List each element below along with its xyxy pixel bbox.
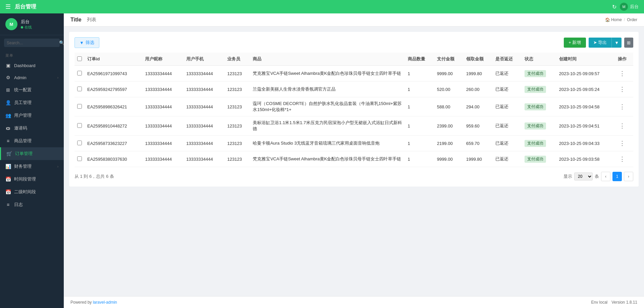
col-status: 状态: [522, 53, 556, 66]
sidebar-item-users[interactable]: 👥 用户管理: [0, 109, 64, 122]
row-qty: 1: [405, 82, 434, 97]
row-action-button[interactable]: ⋮: [618, 69, 627, 78]
row-action-button[interactable]: ⋮: [618, 139, 627, 148]
filter-button[interactable]: ▼ 筛选: [75, 37, 99, 48]
row-qty: 1: [405, 66, 434, 82]
sidebar-item-config[interactable]: ⊞ 统一配置: [0, 84, 64, 96]
sidebar-item-label: 用户管理: [14, 112, 58, 118]
sidebar-item-products[interactable]: ≡ 商品管理: [0, 135, 64, 147]
row-action-button[interactable]: ⋮: [618, 121, 627, 130]
timeslots-icon: 📅: [5, 176, 11, 182]
row-action-button[interactable]: ⋮: [618, 102, 627, 111]
search-input[interactable]: [7, 41, 57, 45]
current-page-button[interactable]: 1: [612, 172, 622, 181]
breadcrumb-home-link[interactable]: 🏠 Home: [605, 17, 622, 22]
new-button[interactable]: + 新增: [564, 38, 586, 48]
row-id: EA25961971099743: [85, 66, 142, 82]
sidebar-item-timeslots[interactable]: 📅 时间段管理: [0, 173, 64, 186]
pagination-items-label: 条: [595, 173, 599, 179]
hamburger-icon[interactable]: ☰: [5, 3, 11, 10]
sidebar-item-finance[interactable]: 📊 财务管理 ›: [0, 160, 64, 173]
row-actions: ⋮: [615, 66, 633, 82]
admin-icon: ⚙: [5, 75, 11, 80]
sidebar-item-label: 邀请码: [14, 125, 58, 131]
row-nickname: 13333334444: [142, 151, 183, 167]
row-product: 梵克雅宝VCA手链Sweet Alhambra黄K金配白色珍珠贝母手链女士四叶草…: [250, 151, 405, 167]
row-checkbox[interactable]: [77, 123, 82, 128]
row-checkbox-cell: [75, 82, 85, 97]
orders-icon: 🛒: [6, 151, 12, 156]
sidebar-item-orders[interactable]: 🛒 订单管理: [0, 147, 64, 160]
row-checkbox-cell: [75, 97, 85, 116]
row-checkbox[interactable]: [77, 71, 82, 75]
row-action-button[interactable]: ⋮: [618, 85, 627, 94]
sidebar-item-dashboard[interactable]: ▣ Dashboard: [0, 59, 64, 71]
laravel-admin-link[interactable]: laravel-admin: [93, 300, 117, 305]
breadcrumb-sub: 列表: [87, 17, 96, 23]
export-button[interactable]: ➤ 导出: [589, 38, 612, 48]
pagination: 从 1 到 6，总共 6 条 显示 20 50 100 条 ‹ 1 ›: [75, 172, 633, 181]
sidebar-item-invitecode[interactable]: 🎟 邀请码: [0, 122, 64, 135]
table-header-row: 订单id 用户昵称 用户手机 业务员 商品 商品数量 支付金额 领取金额 是否返…: [75, 53, 633, 66]
row-staff: 123123: [225, 116, 250, 136]
select-all-checkbox[interactable]: [77, 56, 82, 61]
refresh-icon[interactable]: ↻: [612, 4, 616, 10]
pagination-right: 显示 20 50 100 条 ‹ 1 ›: [563, 172, 633, 181]
footer-left: Powered by laravel-admin: [70, 300, 117, 305]
sidebar-item-logs[interactable]: ≡ 日志: [0, 198, 64, 211]
row-returned: 已返还: [493, 66, 522, 82]
columns-button[interactable]: ⊞: [624, 38, 633, 48]
row-actions: ⋮: [615, 136, 633, 151]
arrow-icon: ›: [57, 165, 58, 168]
finance-icon: 📊: [5, 164, 11, 169]
export-dropdown-button[interactable]: ▼: [612, 38, 622, 48]
row-checkbox[interactable]: [77, 104, 82, 109]
breadcrumb-right: 🏠 Home / Order: [605, 17, 637, 22]
row-qty: 1: [405, 116, 434, 136]
sidebar-item-staff[interactable]: 👤 员工管理: [0, 96, 64, 109]
row-checkbox-cell: [75, 136, 85, 151]
row-id: EA25958733623227: [85, 136, 142, 151]
row-action-button[interactable]: ⋮: [618, 155, 627, 163]
sidebar-item-timeslots2[interactable]: 📅 二级时间段: [0, 186, 64, 198]
sidebar-username: 后台: [21, 19, 32, 25]
breadcrumb-left: Title 列表: [70, 17, 96, 23]
sidebar-search-box: 🔍: [4, 39, 60, 47]
logs-icon: ≡: [5, 202, 11, 207]
content-area: ▼ 筛选 + 新增 ➤ 导出 ▼ ⊞: [64, 27, 644, 296]
sidebar-search-container: 🔍: [0, 35, 64, 50]
sidebar-item-label: 财务管理: [14, 163, 54, 169]
sidebar-item-label: 商品管理: [14, 138, 58, 144]
next-page-button[interactable]: ›: [624, 172, 633, 181]
row-checkbox[interactable]: [77, 141, 82, 145]
col-received: 领取金额: [463, 53, 493, 66]
topbar-right: ↻ M 后台: [612, 3, 639, 11]
row-payment: 9999.00: [434, 151, 463, 167]
sidebar-item-label: 日志: [14, 202, 58, 208]
sidebar-status: 在线: [21, 25, 32, 30]
topbar-user[interactable]: M 后台: [620, 3, 639, 11]
row-id: EA25959242795597: [85, 82, 142, 97]
table-row: EA25958910448272 13333334444 13333334444…: [75, 116, 633, 136]
dashboard-icon: ▣: [5, 63, 11, 68]
col-created: 创建时间: [556, 53, 615, 66]
row-returned: 已返还: [493, 116, 522, 136]
col-phone: 用户手机: [184, 53, 225, 66]
row-payment: 2399.00: [434, 116, 463, 136]
per-page-select[interactable]: 20 50 100: [574, 172, 593, 181]
row-nickname: 13333334444: [142, 116, 183, 136]
col-qty: 商品数量: [405, 53, 434, 66]
sidebar-item-admin[interactable]: ⚙ Admin ›: [0, 71, 64, 84]
footer-right: Env local Version 1.8.11: [591, 300, 637, 305]
breadcrumb: Title 列表 🏠 Home / Order: [64, 13, 644, 27]
row-phone: 13333334444: [184, 151, 225, 167]
footer-version: Version 1.8.11: [611, 300, 637, 305]
row-actions: ⋮: [615, 82, 633, 97]
sidebar-user-info: 后台 在线: [21, 19, 32, 30]
row-checkbox[interactable]: [77, 87, 82, 91]
prev-page-button[interactable]: ‹: [601, 172, 610, 181]
sidebar-item-label: Admin: [14, 75, 54, 80]
staff-icon: 👤: [5, 100, 11, 105]
status-dot: [21, 26, 23, 29]
row-checkbox[interactable]: [77, 156, 82, 161]
